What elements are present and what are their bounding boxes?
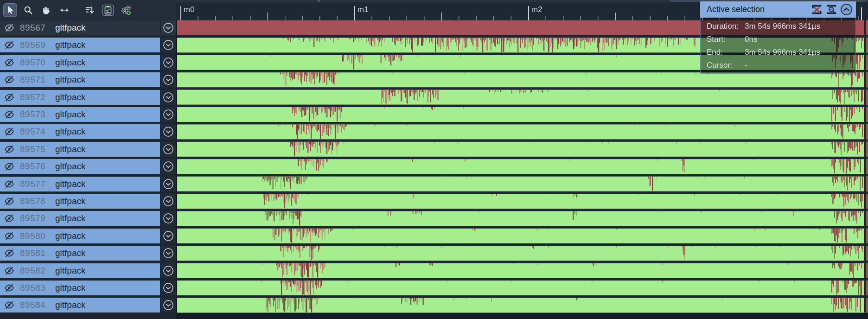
chevron-down-circle-icon: [163, 92, 174, 103]
eye-off-icon[interactable]: [4, 300, 16, 310]
track-row[interactable]: 89574 gltfpack: [0, 124, 176, 139]
track-row[interactable]: 89570 gltfpack: [0, 55, 176, 70]
eye-off-icon[interactable]: [4, 266, 16, 276]
eye-off-icon[interactable]: [4, 196, 16, 206]
track-options-button[interactable]: [161, 38, 176, 52]
eye-off-icon[interactable]: [4, 23, 16, 33]
sort-tracks-button[interactable]: [83, 3, 97, 17]
track-options-button[interactable]: [161, 55, 176, 70]
track-label[interactable]: 89584 gltfpack: [0, 298, 160, 313]
cursor-icon: [5, 5, 15, 15]
track-row[interactable]: 89579 gltfpack: [0, 211, 176, 226]
info-value: -: [745, 59, 855, 71]
thread-name: gltfpack: [55, 144, 85, 154]
gears-plus-icon: [121, 5, 132, 16]
track-options-button[interactable]: [161, 281, 176, 295]
track-label[interactable]: 89579 gltfpack: [0, 211, 160, 226]
measure-tool-button[interactable]: [57, 3, 71, 17]
track-row[interactable]: 89567 gltfpack: [0, 20, 176, 35]
track-row[interactable]: 89571 gltfpack: [0, 72, 176, 87]
selection-info-row: Start:0ns: [707, 33, 855, 45]
track-row[interactable]: 89572 gltfpack: [0, 90, 176, 105]
track-options-button[interactable]: [161, 90, 176, 105]
track-row[interactable]: 89582 gltfpack: [0, 263, 176, 278]
track-row[interactable]: 89569 gltfpack: [0, 38, 176, 52]
track-label[interactable]: 89580 gltfpack: [0, 229, 160, 243]
chevron-down-circle-icon: [163, 22, 174, 33]
eye-off-icon[interactable]: [4, 179, 16, 189]
eye-off-icon[interactable]: [4, 92, 16, 102]
eye-off-icon[interactable]: [4, 144, 16, 154]
info-label: End:: [707, 46, 745, 58]
selection-info-row: Duration:3m 54s 966ms 341µs: [707, 20, 855, 32]
eye-off-icon[interactable]: [4, 248, 16, 258]
eye-off-icon[interactable]: [4, 57, 16, 68]
track-options-button[interactable]: [161, 263, 176, 278]
track-options-button[interactable]: [161, 211, 176, 226]
track-row[interactable]: 89573 gltfpack: [0, 107, 176, 122]
track-row[interactable]: 89578 gltfpack: [0, 194, 176, 209]
track-options-button[interactable]: [161, 298, 176, 313]
active-selection-header[interactable]: Active selection: [700, 1, 856, 18]
track-row[interactable]: 89576 gltfpack: [0, 159, 176, 174]
track-options-button[interactable]: [161, 107, 176, 122]
select-tool-button[interactable]: [3, 3, 17, 17]
track-label[interactable]: 89569 gltfpack: [0, 38, 160, 52]
task-list-button[interactable]: [101, 3, 115, 17]
thread-name: gltfpack: [55, 40, 85, 50]
track-options-button[interactable]: [161, 124, 176, 139]
eye-off-icon[interactable]: [4, 161, 16, 172]
track-label[interactable]: 89583 gltfpack: [0, 281, 160, 295]
chevron-down-circle-icon: [163, 230, 174, 242]
track-row[interactable]: 89580 gltfpack: [0, 229, 176, 243]
chevron-down-circle-icon: [163, 213, 174, 224]
track-options-button[interactable]: [161, 142, 176, 157]
zoom-tool-button[interactable]: [21, 3, 35, 17]
track-label[interactable]: 89574 gltfpack: [0, 124, 160, 139]
track-row[interactable]: 89583 gltfpack: [0, 281, 176, 295]
pan-tool-button[interactable]: [39, 3, 53, 17]
track-label[interactable]: 89572 gltfpack: [0, 90, 160, 105]
track-label[interactable]: 89573 gltfpack: [0, 107, 160, 122]
track-label[interactable]: 89571 gltfpack: [0, 72, 160, 87]
track-row[interactable]: 89575 gltfpack: [0, 142, 176, 157]
track-label[interactable]: 89577 gltfpack: [0, 177, 160, 191]
chevron-down-circle-icon: [163, 248, 174, 259]
track-label[interactable]: 89576 gltfpack: [0, 159, 160, 174]
track-row[interactable]: 89584 gltfpack: [0, 298, 176, 313]
track-label[interactable]: 89575 gltfpack: [0, 142, 160, 157]
track-options-button[interactable]: [161, 194, 176, 209]
track-label[interactable]: 89567 gltfpack: [0, 20, 160, 35]
info-value: 3m 54s 966ms 341µs: [745, 46, 855, 58]
eye-off-icon[interactable]: [4, 40, 16, 50]
track-label[interactable]: 89581 gltfpack: [0, 246, 160, 261]
chevron-down-circle-icon: [163, 196, 174, 207]
zoom-to-selection-button[interactable]: [825, 3, 838, 16]
thread-id: 89580: [20, 231, 55, 241]
eye-off-icon[interactable]: [4, 75, 16, 85]
track-options-button[interactable]: [161, 246, 176, 261]
track-label[interactable]: 89578 gltfpack: [0, 194, 160, 209]
track-row[interactable]: 89577 gltfpack: [0, 177, 176, 191]
thread-id: 89575: [20, 144, 55, 154]
eye-off-icon[interactable]: [4, 283, 16, 293]
track-label[interactable]: 89582 gltfpack: [0, 263, 160, 278]
thread-name: gltfpack: [55, 248, 85, 258]
eye-off-icon[interactable]: [4, 109, 16, 120]
track-options-button[interactable]: [161, 72, 176, 87]
eye-off-icon[interactable]: [4, 213, 16, 223]
track-options-button[interactable]: [161, 20, 176, 35]
eye-off-icon[interactable]: [4, 231, 16, 241]
track-options-button[interactable]: [161, 177, 176, 191]
track-options-button[interactable]: [161, 229, 176, 243]
track-row[interactable]: 89581 gltfpack: [0, 246, 176, 261]
add-automation-button[interactable]: [119, 3, 133, 17]
track-label[interactable]: 89570 gltfpack: [0, 55, 160, 70]
clear-selection-button[interactable]: [811, 3, 823, 16]
eye-off-icon[interactable]: [4, 127, 16, 137]
track-options-button[interactable]: [161, 159, 176, 174]
thread-name: gltfpack: [55, 161, 85, 172]
chevron-up-circle-icon: [840, 3, 853, 16]
collapse-panel-button[interactable]: [840, 3, 853, 16]
thread-id: 89577: [20, 179, 55, 189]
